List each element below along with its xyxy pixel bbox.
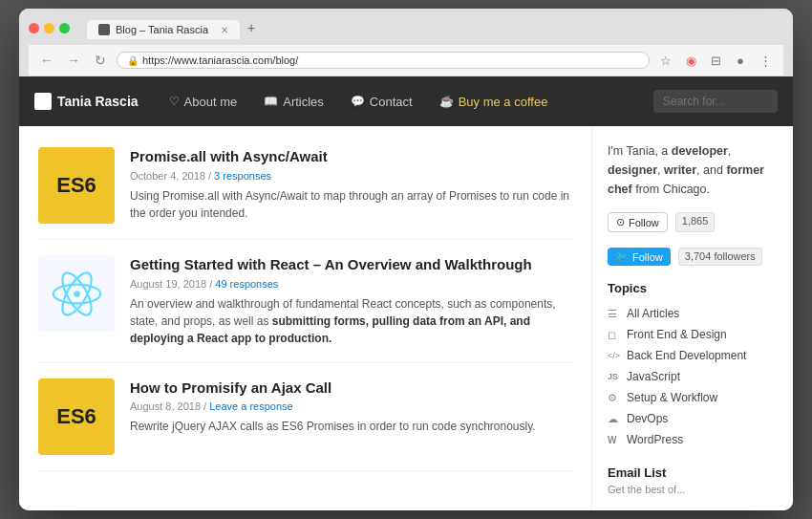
browser-toolbar: ← → ↻ 🔒 https://www.taniarascia.com/blog… xyxy=(29,45,783,76)
article-text-2: Getting Started with React – An Overview… xyxy=(130,255,572,347)
topic-label-6: WordPress xyxy=(627,433,683,446)
backend-icon: </> xyxy=(608,351,621,360)
list-icon: ☰ xyxy=(608,308,621,320)
article-title-3[interactable]: How to Promisify an Ajax Call xyxy=(130,378,572,398)
excerpt-bold-2: submitting forms, pulling data from an A… xyxy=(130,314,530,345)
search-input[interactable] xyxy=(653,90,778,113)
site-logo[interactable]: Tania Rascia xyxy=(34,93,139,110)
nav-links: ♡ About me 📖 Articles 💬 Contact ☕ Buy me… xyxy=(158,87,653,117)
book-icon: 📖 xyxy=(264,95,278,108)
bio-bold-developer: developer xyxy=(672,144,728,158)
article-text-1: Promise.all with Async/Await October 4, … xyxy=(130,147,572,224)
social-buttons: ⊙ Follow 1,865 xyxy=(608,212,778,232)
frontend-icon: ◻ xyxy=(608,329,621,341)
topic-label-1: Front End & Design xyxy=(627,328,727,341)
menu-icon[interactable]: ⋮ xyxy=(755,50,776,71)
article-thumb-es6-3: ES6 xyxy=(38,378,115,455)
article-responses-1[interactable]: 3 responses xyxy=(214,170,271,182)
topic-frontend[interactable]: ◻ Front End & Design xyxy=(608,324,778,345)
article-responses-3[interactable]: Leave a response xyxy=(209,400,292,412)
nav-coffee-label: Buy me a coffee xyxy=(459,95,548,109)
svg-point-3 xyxy=(74,291,80,297)
active-tab[interactable]: Blog – Tania Rascia ✕ xyxy=(87,20,240,39)
github-follow-label: Follow xyxy=(629,217,659,228)
article-title-2[interactable]: Getting Started with React – An Overview… xyxy=(130,255,572,274)
sidebar: I'm Tania, a developer, designer, writer… xyxy=(592,126,793,510)
maximize-button[interactable] xyxy=(59,23,70,33)
topic-label-5: DevOps xyxy=(627,412,668,425)
profile-icon[interactable]: ● xyxy=(730,50,751,71)
refresh-button[interactable]: ↻ xyxy=(90,50,111,71)
thumb-text-1: ES6 xyxy=(56,173,96,198)
article-thumb-react xyxy=(38,255,115,332)
bio-bold-designer: designer xyxy=(608,163,657,177)
twitter-buttons: 🐦 Follow 3,704 followers xyxy=(608,248,778,266)
article-title-1[interactable]: Promise.all with Async/Await xyxy=(130,147,572,166)
article-date-2: August 19, 2018 xyxy=(130,278,206,290)
bio-bold-writer: writer xyxy=(664,163,696,177)
nav-contact-label: Contact xyxy=(370,95,413,109)
traffic-lights xyxy=(29,23,70,33)
article-meta-2: August 19, 2018 / 49 responses xyxy=(130,278,572,290)
topic-backend[interactable]: </> Back End Development xyxy=(608,345,778,366)
topic-devops[interactable]: ☁ DevOps xyxy=(608,408,778,429)
nav-coffee[interactable]: ☕ Buy me a coffee xyxy=(428,87,560,117)
article-excerpt-2: An overview and walkthrough of fundament… xyxy=(130,295,572,347)
extensions-icon[interactable]: ⊟ xyxy=(705,50,726,71)
article-text-3: How to Promisify an Ajax Call August 8, … xyxy=(130,378,572,455)
topic-label-3: JavaScript xyxy=(627,370,680,383)
topic-label-0: All Articles xyxy=(627,307,679,320)
topic-wordpress[interactable]: W WordPress xyxy=(608,429,778,450)
github-follow-button[interactable]: ⊙ Follow xyxy=(608,212,668,232)
gear-icon: ⚙ xyxy=(608,392,621,404)
nav-about[interactable]: ♡ About me xyxy=(158,87,249,117)
website: Tania Rascia ♡ About me 📖 Articles 💬 Con… xyxy=(19,76,793,510)
rss-icon[interactable]: ◉ xyxy=(680,50,701,71)
nav-articles[interactable]: 📖 Articles xyxy=(252,87,335,117)
nav-search[interactable] xyxy=(653,90,778,113)
nav-about-label: About me xyxy=(184,95,238,109)
close-button[interactable] xyxy=(29,23,39,33)
main-content: ES6 Promise.all with Async/Await October… xyxy=(19,126,592,510)
article-item: Getting Started with React – An Overview… xyxy=(38,240,572,363)
tab-title: Blog – Tania Rascia xyxy=(116,24,208,35)
article-item: ES6 How to Promisify an Ajax Call August… xyxy=(38,363,572,471)
lock-icon: 🔒 xyxy=(127,55,139,66)
site-logo-text: Tania Rascia xyxy=(57,94,139,109)
topics-title: Topics xyxy=(608,281,778,295)
github-count: 1,865 xyxy=(675,212,716,232)
toolbar-actions: ☆ ◉ ⊟ ● ⋮ xyxy=(655,50,776,71)
twitter-count: 3,704 followers xyxy=(678,248,762,266)
react-svg-icon xyxy=(51,268,103,320)
topic-javascript[interactable]: JS JavaScript xyxy=(608,366,778,387)
nav-contact[interactable]: 💬 Contact xyxy=(339,87,424,117)
tab-close-button[interactable]: ✕ xyxy=(221,25,228,35)
thumb-text-3: ES6 xyxy=(56,404,96,429)
back-button[interactable]: ← xyxy=(36,50,57,71)
article-meta-3: August 8, 2018 / Leave a response xyxy=(130,400,572,412)
cloud-icon: ☁ xyxy=(608,413,621,425)
article-thumb-es6-1: ES6 xyxy=(38,147,115,224)
minimize-button[interactable] xyxy=(44,23,54,33)
wordpress-icon: W xyxy=(608,435,621,445)
browser-titlebar: Blog – Tania Rascia ✕ + xyxy=(29,16,783,39)
email-list-subtitle: Get the best of... xyxy=(608,484,778,495)
tab-bar: Blog – Tania Rascia ✕ + xyxy=(87,16,783,39)
tab-favicon xyxy=(98,24,110,35)
topic-label-4: Setup & Workflow xyxy=(627,391,717,404)
nav-articles-label: Articles xyxy=(283,95,324,109)
forward-button[interactable]: → xyxy=(63,50,84,71)
twitter-icon: 🐦 xyxy=(615,250,629,263)
topic-all-articles[interactable]: ☰ All Articles xyxy=(608,303,778,324)
twitter-follow-button[interactable]: 🐦 Follow xyxy=(608,248,671,266)
address-bar[interactable]: 🔒 https://www.taniarascia.com/blog/ xyxy=(117,52,650,69)
coffee-icon: ☕ xyxy=(439,95,454,108)
browser-window: Blog – Tania Rascia ✕ + ← → ↻ 🔒 https://… xyxy=(19,9,793,510)
topic-setup[interactable]: ⚙ Setup & Workflow xyxy=(608,387,778,408)
site-content: ES6 Promise.all with Async/Await October… xyxy=(19,126,793,510)
article-responses-2[interactable]: 49 responses xyxy=(215,278,278,290)
article-date-3: August 8, 2018 xyxy=(130,400,201,412)
new-tab-button[interactable]: + xyxy=(240,16,263,39)
heart-icon: ♡ xyxy=(169,95,180,108)
bookmark-icon[interactable]: ☆ xyxy=(655,50,676,71)
